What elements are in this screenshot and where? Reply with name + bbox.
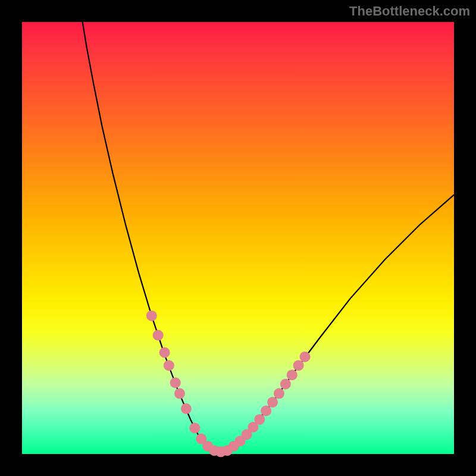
data-point-marker [189, 422, 200, 433]
plot-area [22, 22, 454, 454]
data-point-marker [174, 388, 185, 399]
data-point-marker [153, 330, 164, 340]
data-point-marker [267, 397, 278, 408]
data-point-markers [146, 311, 311, 458]
data-point-marker [300, 352, 311, 362]
data-point-marker [254, 414, 265, 425]
data-point-marker [170, 377, 181, 388]
data-point-marker [261, 405, 271, 416]
data-point-marker [287, 369, 298, 380]
data-point-marker [280, 378, 291, 389]
chart-container: TheBottleneck.com [0, 0, 476, 476]
data-point-marker [164, 360, 174, 371]
data-point-marker [146, 311, 157, 321]
bottleneck-curve [83, 22, 454, 452]
data-point-marker [293, 360, 304, 371]
data-point-marker [181, 403, 192, 414]
data-point-marker [159, 347, 170, 358]
watermark-text: TheBottleneck.com [349, 4, 470, 19]
data-point-marker [274, 388, 284, 399]
curve-svg [22, 22, 454, 454]
